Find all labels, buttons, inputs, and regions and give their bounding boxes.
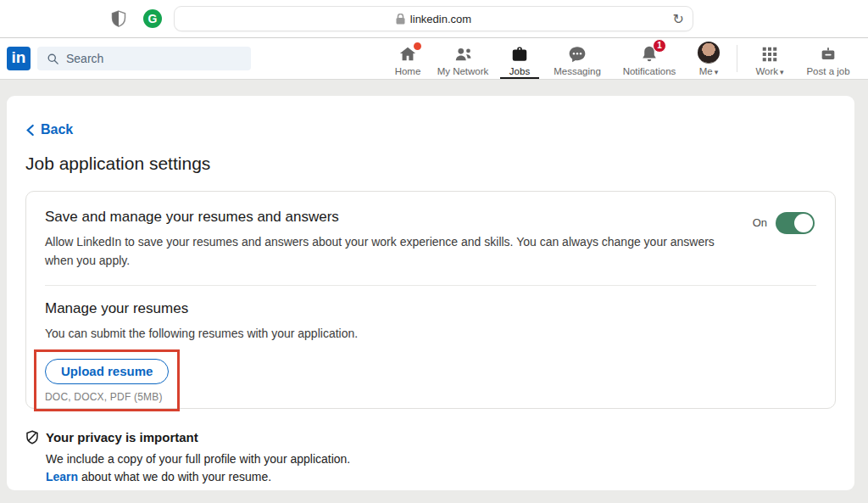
nav-label: Post a job: [806, 67, 849, 77]
post-a-job-icon: [819, 45, 837, 64]
manage-resumes-description: You can submit the following resumes wit…: [45, 324, 733, 343]
work-grid-icon: [760, 45, 779, 64]
nav-item-me[interactable]: Me▾: [687, 38, 730, 79]
messaging-icon: [568, 45, 587, 64]
my-network-icon: [453, 45, 473, 64]
card-divider: [45, 285, 816, 286]
save-resumes-description: Allow LinkedIn to save your resumes and …: [45, 232, 733, 271]
lock-icon: [396, 14, 405, 25]
reload-icon[interactable]: ↻: [673, 9, 684, 30]
nav-label: Jobs: [509, 67, 530, 77]
toggle-state-label: On: [753, 216, 767, 229]
nav-items: Home My Network Jobs: [386, 38, 860, 79]
search-input[interactable]: [66, 52, 236, 65]
privacy-line2: Learn about what we do with your resume.: [46, 468, 836, 487]
nav-label: Home: [395, 67, 421, 77]
nav-label: Work▾: [755, 67, 783, 77]
nav-divider: [737, 45, 737, 72]
nav-item-messaging[interactable]: Messaging: [543, 38, 611, 79]
settings-container: Back Job application settings Save and m…: [7, 96, 854, 490]
page-background: Back Job application settings Save and m…: [0, 80, 868, 502]
address-bar[interactable]: linkedin.com ↻: [174, 6, 693, 31]
nav-label: Notifications: [623, 67, 676, 77]
upload-resume-button[interactable]: Upload resume: [45, 359, 169, 384]
url-text: linkedin.com: [410, 13, 471, 25]
nav-item-home[interactable]: Home: [386, 38, 430, 79]
learn-link[interactable]: Learn: [46, 470, 78, 483]
toggle-knob: [794, 214, 813, 232]
save-resumes-heading: Save and manage your resumes and answers: [45, 209, 816, 226]
nav-item-jobs[interactable]: Jobs: [496, 38, 543, 79]
nav-label: My Network: [437, 67, 489, 77]
chevron-down-icon: ▾: [780, 68, 784, 76]
settings-card: Save and manage your resumes and answers…: [25, 191, 836, 409]
save-resumes-toggle[interactable]: [776, 212, 815, 234]
nav-item-notifications[interactable]: 1 Notifications: [611, 38, 687, 79]
search-box[interactable]: [37, 47, 251, 70]
home-new-activity-badge: [412, 41, 423, 52]
nav-label: Messaging: [554, 67, 601, 77]
nav-item-work[interactable]: Work▾: [743, 38, 797, 79]
linkedin-global-nav: in Home: [0, 38, 868, 80]
nav-item-post-a-job[interactable]: Post a job: [797, 38, 860, 79]
browser-toolbar: G linkedin.com ↻: [0, 0, 868, 38]
privacy-shield-extension-icon[interactable]: [111, 10, 126, 28]
nav-label: Me▾: [699, 67, 719, 77]
nav-item-my-network[interactable]: My Network: [430, 38, 496, 79]
profile-avatar: [698, 42, 720, 64]
privacy-heading: Your privacy is important: [46, 430, 198, 444]
privacy-section: Your privacy is important We include a c…: [25, 430, 836, 487]
notifications-count-badge: 1: [653, 39, 666, 53]
manage-resumes-heading: Manage your resumes: [45, 300, 816, 317]
chevron-down-icon: ▾: [715, 68, 719, 76]
file-format-hint: DOC, DOCX, PDF (5MB): [45, 391, 169, 403]
grammarly-extension-icon[interactable]: G: [143, 9, 162, 28]
linkedin-logo[interactable]: in: [7, 47, 31, 70]
search-icon: [47, 53, 59, 65]
toggle-row: On: [753, 212, 815, 234]
back-button[interactable]: Back: [25, 122, 73, 137]
privacy-line1: We include a copy of your full profile w…: [46, 450, 836, 469]
page-title: Job application settings: [25, 154, 836, 174]
chevron-left-icon: [25, 124, 35, 137]
jobs-icon: [510, 45, 529, 64]
privacy-shield-icon: [25, 430, 39, 444]
annotation-highlight-box: Upload resume DOC, DOCX, PDF (5MB): [34, 349, 180, 411]
